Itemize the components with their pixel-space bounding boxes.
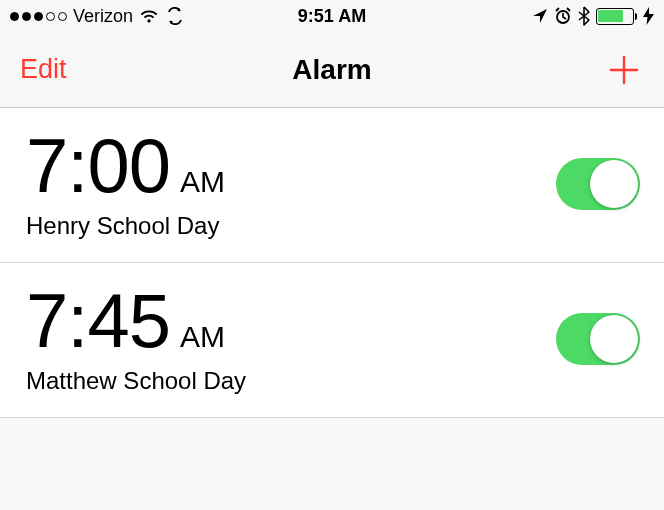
alarm-ampm: AM bbox=[180, 165, 225, 199]
add-alarm-button[interactable] bbox=[604, 50, 644, 90]
location-icon bbox=[532, 8, 548, 24]
nav-bar: Edit Alarm bbox=[0, 32, 664, 108]
alarm-row[interactable]: 7:00AMHenry School Day bbox=[0, 108, 664, 263]
carrier-label: Verizon bbox=[73, 6, 133, 27]
alarm-list: 7:00AMHenry School Day7:45AMMatthew Scho… bbox=[0, 108, 664, 418]
status-bar: Verizon 9:51 AM bbox=[0, 0, 664, 32]
toggle-knob bbox=[590, 315, 638, 363]
alarm-toggle[interactable] bbox=[556, 313, 640, 365]
signal-strength-icon bbox=[10, 12, 67, 21]
alarm-info: 7:45AMMatthew School Day bbox=[26, 283, 556, 395]
status-time: 9:51 AM bbox=[298, 6, 366, 27]
page-title: Alarm bbox=[292, 54, 371, 86]
plus-icon bbox=[607, 53, 641, 87]
alarm-info: 7:00AMHenry School Day bbox=[26, 128, 556, 240]
bluetooth-icon bbox=[578, 6, 590, 26]
charging-bolt-icon bbox=[643, 7, 654, 25]
alarm-toggle[interactable] bbox=[556, 158, 640, 210]
alarm-row[interactable]: 7:45AMMatthew School Day bbox=[0, 263, 664, 418]
alarm-clock-icon bbox=[554, 7, 572, 25]
status-right bbox=[366, 6, 654, 26]
sync-icon bbox=[165, 7, 185, 25]
wifi-icon bbox=[139, 9, 159, 24]
status-left: Verizon bbox=[10, 6, 298, 27]
alarm-time-line: 7:00AM bbox=[26, 128, 556, 204]
alarm-time: 7:00 bbox=[26, 128, 170, 204]
alarm-time: 7:45 bbox=[26, 283, 170, 359]
battery-icon bbox=[596, 8, 638, 25]
edit-button[interactable]: Edit bbox=[20, 54, 67, 85]
alarm-label: Henry School Day bbox=[26, 212, 556, 240]
toggle-knob bbox=[590, 160, 638, 208]
alarm-time-line: 7:45AM bbox=[26, 283, 556, 359]
alarm-ampm: AM bbox=[180, 320, 225, 354]
alarm-label: Matthew School Day bbox=[26, 367, 556, 395]
